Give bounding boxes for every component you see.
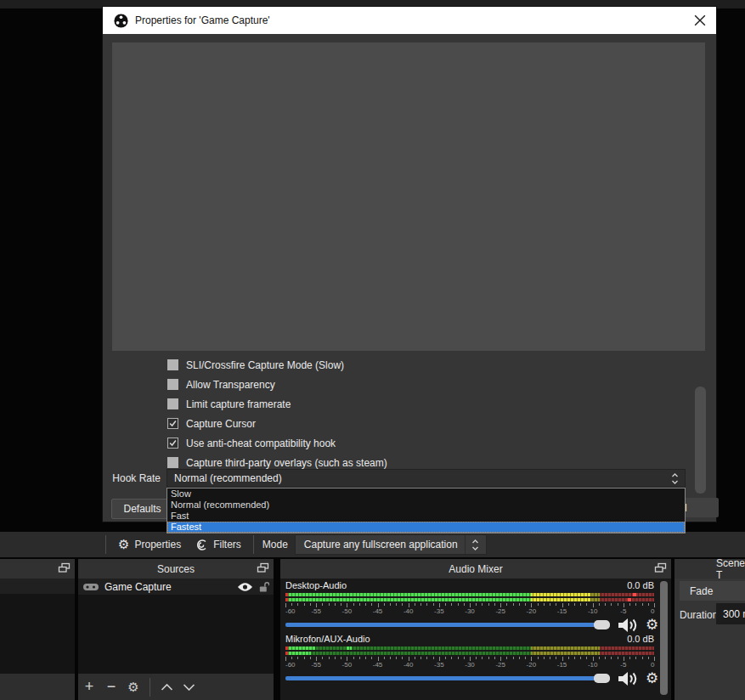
duration-value: 300 m (723, 608, 745, 620)
transition-dropdown[interactable]: Fade (680, 581, 745, 601)
hook-rate-dropdown[interactable]: Normal (recommended) (166, 469, 686, 488)
move-up-button[interactable] (155, 684, 178, 691)
scene-list-item[interactable] (0, 579, 75, 594)
source-toolbar: ⚙ Properties Filters Mode Capture any fu… (0, 532, 745, 557)
mixer-gear-icon[interactable]: ⚙ (646, 616, 658, 633)
dialog-scrollbar[interactable] (695, 387, 706, 494)
defaults-button[interactable]: Defaults (111, 499, 173, 519)
defaults-button-label: Defaults (123, 503, 161, 515)
checkbox-unchecked[interactable] (167, 398, 178, 409)
toolbar-separator (105, 535, 106, 554)
panel-float-icon[interactable] (257, 562, 269, 574)
dialog-title: Properties for 'Game Capture' (135, 14, 270, 26)
filters-icon (195, 539, 208, 551)
mode-label: Mode (262, 539, 288, 550)
checkbox-unchecked[interactable] (167, 379, 178, 390)
hook-rate-popup: SlowNormal (recommended)FastFastest (166, 488, 686, 533)
volume-icon[interactable] (617, 670, 639, 687)
source-properties-gear-icon[interactable]: ⚙ (122, 680, 144, 695)
filters-button-label: Filters (213, 539, 241, 550)
gear-icon: ⚙ (118, 539, 129, 551)
sources-panel-title: Sources (157, 563, 195, 575)
checkbox-label: Use anti-cheat compatibility hook (186, 438, 336, 449)
duration-row: Duration 300 m (680, 605, 745, 625)
toolbar-separator (253, 535, 254, 554)
obs-main-window: ⚙ Properties Filters Mode Capture any fu… (0, 0, 745, 700)
chevron-up-down-icon (465, 535, 486, 554)
mixer-channel: Desktop-Audio0.0 dB-60-55-50-45-40-35-30… (285, 580, 659, 633)
audio-mixer-header: Audio Mixer (280, 559, 671, 579)
dropdown-option[interactable]: Fastest (167, 522, 685, 533)
obs-logo-icon (114, 14, 128, 28)
unlock-icon[interactable] (258, 581, 269, 593)
properties-button-label: Properties (134, 539, 181, 550)
mixer-scrollbar[interactable] (660, 581, 668, 695)
hook-rate-label: Hook Rate (111, 472, 161, 484)
source-list-item[interactable]: Game Capture (78, 579, 274, 595)
checkbox-label: Allow Transparency (186, 379, 275, 391)
mixer-gear-icon[interactable]: ⚙ (646, 669, 658, 686)
checkbox-checked[interactable] (167, 418, 178, 429)
volume-meter (285, 646, 654, 656)
checkbox-label: Limit capture framerate (186, 398, 291, 410)
mixer-channel-db: 0.0 dB (627, 634, 654, 646)
volume-icon[interactable] (617, 617, 639, 634)
checkbox-row[interactable]: SLI/Crossfire Capture Mode (Slow) (167, 355, 643, 375)
volume-slider[interactable] (285, 623, 610, 627)
dropdown-option[interactable]: Normal (recommended) (167, 500, 685, 511)
checkbox-unchecked[interactable] (167, 359, 178, 370)
audio-mixer-title: Audio Mixer (449, 563, 502, 575)
checkbox-checked[interactable] (167, 438, 178, 449)
mode-dropdown-value: Capture any fullscreen application (304, 539, 458, 550)
volume-slider-handle[interactable] (594, 674, 610, 683)
capture-preview (112, 42, 705, 351)
dialog-titlebar[interactable]: Properties for 'Game Capture' (103, 7, 716, 34)
scene-transitions-panel: Scene T Fade Duration 300 m (674, 559, 745, 700)
scene-transitions-header: Scene T (674, 559, 745, 579)
mixer-channel-name: Desktop-Audio (285, 580, 347, 592)
panel-float-icon[interactable] (654, 562, 667, 574)
close-icon[interactable] (694, 14, 706, 26)
duration-label: Duration (680, 609, 718, 621)
checkbox-row[interactable]: Allow Transparency (167, 375, 643, 394)
scenes-panel-header (0, 559, 75, 579)
cancel-button-partial[interactable]: l (685, 498, 719, 517)
dropdown-option[interactable]: Fast (167, 511, 685, 522)
properties-dialog: Properties for 'Game Capture' SLI/Crossf… (103, 7, 716, 522)
mixer-channel: Mikrofon/AUX-Audio0.0 dB-60-55-50-45-40-… (285, 634, 659, 686)
mixer-channel-name: Mikrofon/AUX-Audio (285, 634, 370, 646)
filters-button[interactable]: Filters (188, 533, 248, 556)
volume-slider[interactable] (285, 676, 610, 680)
transition-dropdown-value: Fade (690, 585, 713, 597)
checkbox-label: Capture third-party overlays (such as st… (186, 457, 387, 469)
checkbox-row[interactable]: Capture Cursor (167, 414, 643, 433)
toolbar-separator (150, 678, 150, 697)
audio-mixer-panel: Audio Mixer Desktop-Audio0.0 dB-60-55-50… (280, 559, 671, 700)
checkbox-unchecked[interactable] (167, 457, 178, 468)
checkbox-row[interactable]: Limit capture framerate (167, 394, 643, 414)
eye-icon[interactable] (237, 582, 253, 592)
sources-panel: Sources Game Capture + − ⚙ (78, 559, 274, 700)
properties-button[interactable]: ⚙ Properties (111, 533, 188, 556)
mode-dropdown[interactable]: Capture any fullscreen application (295, 534, 487, 555)
panel-float-icon[interactable] (58, 562, 71, 574)
checkbox-row[interactable]: Use anti-cheat compatibility hook (167, 433, 643, 453)
hook-rate-value: Normal (recommended) (174, 472, 282, 484)
hook-rate-row: Hook Rate Normal (recommended) (103, 469, 716, 488)
dropdown-option[interactable]: Slow (167, 488, 685, 500)
source-item-label: Game Capture (104, 581, 172, 593)
chevron-up-down-icon (671, 472, 679, 485)
remove-source-button[interactable]: − (100, 678, 122, 696)
scenes-toolbar (0, 674, 75, 700)
scene-transitions-title: Scene T (716, 557, 745, 581)
checkbox-label: SLI/Crossfire Capture Mode (Slow) (186, 359, 344, 371)
volume-meter (285, 593, 654, 602)
checkbox-list: SLI/Crossfire Capture Mode (Slow)Allow T… (167, 355, 643, 472)
duration-spinner[interactable]: 300 m (716, 603, 745, 624)
mixer-channel-db: 0.0 dB (627, 580, 654, 592)
move-down-button[interactable] (178, 684, 200, 691)
sources-toolbar: + − ⚙ (78, 674, 274, 700)
volume-slider-handle[interactable] (594, 620, 610, 629)
add-source-button[interactable]: + (78, 678, 100, 696)
checkbox-label: Capture Cursor (186, 418, 256, 430)
